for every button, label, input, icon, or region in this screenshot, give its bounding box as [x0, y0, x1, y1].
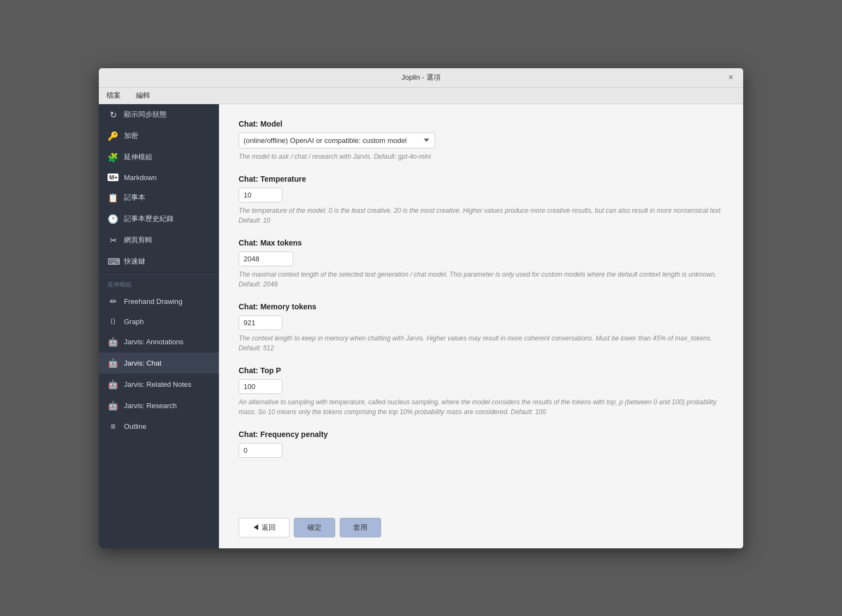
sidebar-item-freehand-drawing[interactable]: ✏ Freehand Drawing [99, 291, 219, 312]
body: ↻ 顯示同步狀態 🔑 加密 🧩 延伸模組 M+ Markdown 📋 記事本 🕐 [99, 104, 743, 548]
title-bar: Joplin - 選項 × [99, 68, 743, 88]
notebook-icon: 📋 [108, 193, 118, 203]
input-chat-memory-tokens[interactable] [239, 315, 282, 330]
outline-icon: ≡ [108, 422, 118, 432]
graph-icon: ⟨⟩ [108, 318, 118, 325]
menu-edit[interactable]: 編輯 [133, 89, 153, 101]
input-chat-temperature[interactable] [239, 188, 282, 202]
field-chat-memory-tokens: Chat: Memory tokens The context length t… [239, 302, 724, 353]
sidebar-item-markdown[interactable]: M+ Markdown [99, 168, 219, 187]
apply-button[interactable]: 套用 [340, 518, 381, 537]
footer-buttons: ◀ 返回 確定 套用 [239, 507, 724, 537]
label-chat-temperature: Chat: Temperature [239, 175, 724, 183]
dialog-window: Joplin - 選項 × 檔案 編輯 ↻ 顯示同步狀態 🔑 加密 🧩 延伸模組… [99, 68, 743, 548]
input-chat-max-tokens[interactable] [239, 252, 293, 266]
label-chat-top-p: Chat: Top P [239, 366, 724, 375]
field-chat-max-tokens: Chat: Max tokens The maximal context len… [239, 238, 724, 289]
select-chat-model[interactable]: (online/offline) OpenAI or compatible: c… [239, 133, 435, 148]
sidebar-item-graph[interactable]: ⟨⟩ Graph [99, 312, 219, 331]
sidebar-item-history[interactable]: 🕐 記事本歷史紀錄 [99, 208, 219, 230]
desc-chat-model: The model to ask / chat / research with … [239, 152, 724, 162]
puzzle-icon: 🧩 [108, 152, 118, 163]
field-chat-temperature: Chat: Temperature The temperature of the… [239, 175, 724, 225]
field-chat-top-p: Chat: Top P An alternative to sampling w… [239, 366, 724, 417]
sidebar-item-shortcuts[interactable]: ⌨ 快速鍵 [99, 251, 219, 272]
sidebar-item-jarvis-chat[interactable]: 🤖 Jarvis: Chat [99, 352, 219, 374]
sync-icon: ↻ [108, 110, 118, 120]
label-chat-memory-tokens: Chat: Memory tokens [239, 302, 724, 311]
confirm-button[interactable]: 確定 [294, 518, 335, 537]
input-chat-top-p[interactable] [239, 379, 282, 394]
pencil-icon: ✏ [108, 296, 118, 307]
key-icon: 🔑 [108, 131, 118, 141]
sidebar: ↻ 顯示同步狀態 🔑 加密 🧩 延伸模組 M+ Markdown 📋 記事本 🕐 [99, 104, 219, 548]
robot-annotations-icon: 🤖 [108, 337, 118, 347]
desc-chat-temperature: The temperature of the model. 0 is the l… [239, 206, 724, 225]
label-chat-frequency-penalty: Chat: Frequency penalty [239, 430, 724, 439]
sidebar-item-jarvis-related[interactable]: 🤖 Jarvis: Related Notes [99, 374, 219, 395]
plugins-section-label: 延伸模組 [99, 274, 219, 291]
robot-research-icon: 🤖 [108, 400, 118, 411]
field-chat-model: Chat: Model (online/offline) OpenAI or c… [239, 119, 724, 162]
close-button[interactable]: × [725, 72, 737, 83]
field-chat-frequency-penalty: Chat: Frequency penalty [239, 430, 724, 458]
history-icon: 🕐 [108, 214, 118, 224]
desc-chat-max-tokens: The maximal context length of the select… [239, 270, 724, 289]
sidebar-item-notebook[interactable]: 📋 記事本 [99, 187, 219, 208]
sidebar-item-webclipper[interactable]: ✂ 網頁剪輯 [99, 230, 219, 251]
window-title: Joplin - 選項 [401, 73, 441, 82]
sidebar-item-jarvis-research[interactable]: 🤖 Jarvis: Research [99, 395, 219, 416]
back-arrow-icon: ◀ [252, 523, 262, 531]
robot-chat-icon: 🤖 [108, 358, 118, 368]
desc-chat-top-p: An alternative to sampling with temperat… [239, 397, 724, 417]
main-content: Chat: Model (online/offline) OpenAI or c… [219, 104, 743, 548]
scissors-icon: ✂ [108, 235, 118, 246]
sidebar-item-jarvis-annotations[interactable]: 🤖 Jarvis: Annotations [99, 331, 219, 352]
label-chat-model: Chat: Model [239, 119, 724, 128]
back-button[interactable]: ◀ 返回 [239, 518, 289, 537]
robot-related-icon: 🤖 [108, 379, 118, 390]
label-chat-max-tokens: Chat: Max tokens [239, 238, 724, 247]
input-chat-frequency-penalty[interactable] [239, 443, 282, 458]
menu-bar: 檔案 編輯 [99, 88, 743, 104]
keyboard-icon: ⌨ [108, 256, 118, 267]
sidebar-item-sync-status[interactable]: ↻ 顯示同步狀態 [99, 104, 219, 125]
sidebar-item-encryption[interactable]: 🔑 加密 [99, 125, 219, 147]
sidebar-item-outline[interactable]: ≡ Outline [99, 416, 219, 437]
menu-file[interactable]: 檔案 [103, 89, 124, 101]
desc-chat-memory-tokens: The context length to keep in memory whe… [239, 333, 724, 353]
markdown-icon: M+ [108, 174, 118, 181]
sidebar-item-plugins[interactable]: 🧩 延伸模組 [99, 147, 219, 168]
